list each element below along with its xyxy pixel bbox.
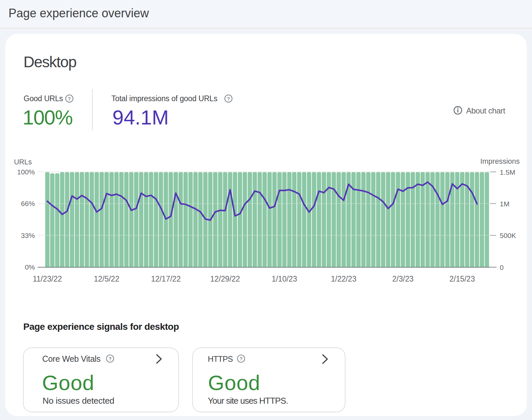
svg-text:2/3/23: 2/3/23	[392, 275, 414, 283]
svg-text:Good: Good	[208, 371, 260, 394]
svg-text:?: ?	[108, 356, 111, 361]
svg-text:Good: Good	[42, 371, 94, 394]
svg-text:Total impressions of good URLs: Total impressions of good URLs	[111, 94, 217, 103]
svg-text:?: ?	[68, 96, 71, 102]
svg-text:No issues detected: No issues detected	[43, 396, 114, 406]
svg-text:Core Web Vitals: Core Web Vitals	[42, 354, 100, 363]
svg-text:?: ?	[227, 96, 230, 102]
svg-text:1M: 1M	[500, 200, 509, 208]
svg-text:94.1M: 94.1M	[112, 106, 169, 129]
svg-text:100%: 100%	[23, 106, 72, 129]
svg-text:About chart: About chart	[466, 106, 505, 115]
svg-text:Page experience signals for de: Page experience signals for desktop	[23, 321, 179, 332]
svg-text:12/5/22: 12/5/22	[94, 275, 119, 283]
svg-text:12/29/22: 12/29/22	[210, 275, 240, 283]
svg-text:Your site uses HTTPS.: Your site uses HTTPS.	[208, 396, 288, 406]
svg-text:11/23/22: 11/23/22	[33, 275, 62, 283]
svg-text:Impressions: Impressions	[480, 157, 520, 165]
svg-text:100%: 100%	[17, 168, 35, 176]
svg-text:66%: 66%	[21, 200, 35, 207]
svg-text:33%: 33%	[21, 232, 35, 239]
svg-text:2/15/23: 2/15/23	[450, 275, 475, 283]
svg-text:12/17/22: 12/17/22	[151, 275, 181, 283]
svg-text:Desktop: Desktop	[24, 53, 76, 71]
svg-text:Good URLs: Good URLs	[24, 94, 63, 103]
svg-text:HTTPS: HTTPS	[208, 354, 233, 363]
svg-text:1.5M: 1.5M	[500, 168, 515, 176]
svg-text:URLs: URLs	[14, 158, 32, 166]
svg-text:Page experience overview: Page experience overview	[9, 6, 149, 20]
svg-text:0%: 0%	[25, 263, 35, 271]
svg-text:500K: 500K	[500, 232, 516, 239]
svg-text:?: ?	[239, 356, 242, 361]
svg-text:0: 0	[500, 264, 504, 271]
svg-text:1/22/23: 1/22/23	[331, 275, 356, 283]
svg-text:1/10/23: 1/10/23	[272, 275, 297, 283]
